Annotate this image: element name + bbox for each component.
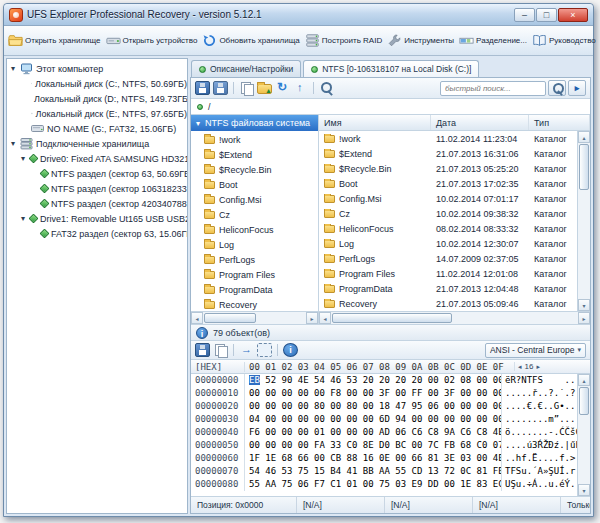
chevron-down-icon[interactable]: ▾ bbox=[19, 214, 27, 223]
fs-folder-item[interactable]: ProgramData bbox=[191, 282, 318, 297]
hex-row[interactable]: 00000040 F6 00 00 00 01 00 00 00 AD 06 C… bbox=[191, 426, 577, 439]
scroll-right-button[interactable]: ▸ bbox=[578, 312, 590, 324]
fs-folder-item[interactable]: PerfLogs bbox=[191, 252, 318, 267]
table-row[interactable]: PerfLogs 14.07.2009 02:37:05 Каталог bbox=[319, 251, 577, 266]
breadcrumb[interactable]: / bbox=[191, 99, 590, 115]
hex-bytes[interactable]: 00 00 00 00 FA 33 C0 8E D0 BC 00 7C FB 6… bbox=[245, 439, 501, 452]
fs-folder-item[interactable]: Recovery bbox=[191, 297, 318, 311]
goto-offset-icon[interactable] bbox=[239, 343, 254, 357]
quick-search-input[interactable] bbox=[440, 81, 546, 96]
table-row[interactable]: Log 10.02.2014 12:30:07 Каталог bbox=[319, 236, 577, 251]
hex-row[interactable]: 00000050 00 00 00 00 FA 33 C0 8E D0 BC 0… bbox=[191, 439, 577, 452]
tab-ntfs-partition[interactable]: NTFS [0-106318107 на Local Disk (C:)] bbox=[303, 60, 479, 77]
save-all-icon[interactable] bbox=[213, 81, 228, 95]
selected-byte[interactable]: EB bbox=[249, 375, 260, 385]
fs-folder-item[interactable]: !work bbox=[191, 132, 318, 147]
hex-bytes[interactable]: 1F 1E 68 66 00 CB 88 16 0E 00 66 81 3E 0… bbox=[245, 452, 501, 465]
table-row[interactable]: $Recycle.Bin 21.07.2013 05:25:20 Каталог bbox=[319, 161, 577, 176]
hex-ascii[interactable]: .....ř..?.˙.?... bbox=[501, 387, 577, 400]
hex-row[interactable]: 00000080 55 AA 75 06 F7 C1 01 00 75 03 E… bbox=[191, 478, 577, 491]
table-row[interactable]: HeliconFocus 08.02.2014 08:33:32 Каталог bbox=[319, 221, 577, 236]
open-device-button[interactable]: Открыть устройство bbox=[104, 31, 200, 50]
table-row[interactable]: !work 11.02.2014 11:23:04 Каталог bbox=[319, 131, 577, 146]
hex-bytes[interactable]: F6 00 00 00 01 00 00 00 AD 06 C6 C8 9A C… bbox=[245, 426, 501, 439]
scroll-left-button[interactable]: ◂ bbox=[191, 312, 203, 324]
build-raid-button[interactable]: Построить RAID bbox=[303, 31, 384, 50]
hex-ascii[interactable]: UŞu.÷Á..u.éÝ...ě bbox=[501, 478, 577, 491]
table-row[interactable]: Program Files 11.02.2014 12:01:08 Катало… bbox=[319, 266, 577, 281]
copy-icon[interactable] bbox=[239, 81, 254, 95]
fs-folder-item[interactable]: Config.Msi bbox=[191, 192, 318, 207]
recover-files-icon[interactable] bbox=[257, 84, 272, 94]
select-block-icon[interactable] bbox=[257, 343, 272, 357]
tree-item-partition[interactable]: NTFS раздел (сектор 106318233, 149... bbox=[7, 181, 187, 196]
fs-folder-item[interactable]: Log bbox=[191, 237, 318, 252]
tree-item-disk[interactable]: Локальный диск (C:, NTFS, 50.69ГБ) bbox=[7, 76, 187, 91]
chevron-down-icon[interactable]: ▾ bbox=[194, 119, 202, 128]
hex-bytes[interactable]: 00 00 00 00 00 F8 00 00 3F 00 FF 00 3F 0… bbox=[245, 387, 501, 400]
encoding-select[interactable]: ANSI - Central Europe ▾ bbox=[485, 343, 586, 358]
hex-save-icon[interactable] bbox=[195, 343, 210, 357]
file-list-vscroll[interactable]: ▴ ▾ bbox=[577, 131, 590, 311]
hex-row[interactable]: 00000000 EB 52 90 4E 54 46 53 20 20 20 2… bbox=[191, 374, 577, 387]
hex-row[interactable]: 00000060 1F 1E 68 66 00 CB 88 16 0E 00 6… bbox=[191, 452, 577, 465]
scroll-up-button[interactable]: ▴ bbox=[578, 374, 590, 386]
scroll-thumb[interactable] bbox=[332, 313, 452, 323]
advanced-search-button[interactable]: ▸ bbox=[568, 80, 586, 96]
tree-item-drive0[interactable]: ▾ Drive0: Fixed ATA SAMSUNG HD321KJ bbox=[7, 151, 187, 166]
file-list-hscroll[interactable]: ◂ ▸ bbox=[319, 311, 590, 324]
open-storage-button[interactable]: Открыть хранилище bbox=[6, 31, 103, 50]
find-icon[interactable] bbox=[319, 81, 334, 95]
hex-ascii[interactable]: ..hf.Ë....f.>..N bbox=[501, 452, 577, 465]
scroll-up-button[interactable]: ▴ bbox=[578, 131, 590, 143]
table-row[interactable]: Boot 21.07.2013 17:02:35 Каталог bbox=[319, 176, 577, 191]
hex-copy-icon[interactable] bbox=[213, 343, 228, 357]
column-header-name[interactable]: Имя bbox=[319, 115, 431, 130]
hex-bytes[interactable]: 54 46 53 75 15 B4 41 BB AA 55 CD 13 72 0… bbox=[245, 465, 501, 478]
fs-folder-item[interactable]: Program Files bbox=[191, 267, 318, 282]
tab-description[interactable]: Описание/Настройки bbox=[191, 60, 301, 77]
table-row[interactable]: Recovery 21.07.2013 05:09:46 Каталог bbox=[319, 296, 577, 311]
chevron-down-icon[interactable]: ▾ bbox=[9, 139, 17, 148]
save-icon[interactable] bbox=[195, 81, 210, 95]
close-button[interactable]: × bbox=[558, 8, 588, 22]
hex-vscroll[interactable]: ▴ ▾ bbox=[577, 374, 590, 496]
scroll-thumb[interactable] bbox=[579, 387, 589, 415]
hex-info-icon[interactable] bbox=[283, 343, 298, 357]
chevron-down-icon[interactable]: ▾ bbox=[19, 154, 27, 163]
search-button[interactable] bbox=[548, 80, 566, 96]
tree-item-disk[interactable]: Локальный диск (D:, NTFS, 149.73ГБ) bbox=[7, 91, 187, 106]
tree-item-partition[interactable]: FAT32 раздел (сектор 63, 15.06ГБ) bbox=[7, 226, 187, 241]
scroll-down-button[interactable]: ▾ bbox=[578, 484, 590, 496]
bytes-per-row-increase-button[interactable]: ▸ bbox=[536, 363, 540, 371]
table-row[interactable]: ProgramData 21.07.2013 12:04:48 Каталог bbox=[319, 281, 577, 296]
fs-tree-hscroll[interactable]: ◂ ▸ bbox=[191, 311, 318, 324]
hex-ascii[interactable]: ....€.€..G•..... bbox=[501, 400, 577, 413]
hex-bytes[interactable]: EB 52 90 4E 54 46 53 20 20 20 20 00 02 0… bbox=[245, 374, 501, 387]
fs-folder-item[interactable]: Boot bbox=[191, 177, 318, 192]
table-row[interactable]: $Extend 21.07.2013 16:31:06 Каталог bbox=[319, 146, 577, 161]
fs-folder-item[interactable]: $Extend bbox=[191, 147, 318, 162]
scroll-left-button[interactable]: ◂ bbox=[319, 312, 331, 324]
hex-ascii[interactable]: ........m”...... bbox=[501, 413, 577, 426]
hex-row[interactable]: 00000010 00 00 00 00 00 F8 00 00 3F 00 F… bbox=[191, 387, 577, 400]
hex-bytes[interactable]: 55 AA 75 06 F7 C1 01 00 75 03 E9 DD 00 1… bbox=[245, 478, 501, 491]
column-header-type[interactable]: Тип bbox=[529, 115, 590, 130]
tree-item-storages[interactable]: ▾ Подключенные хранилища bbox=[7, 136, 187, 151]
tree-item-disk[interactable]: Локальный диск (E:, NTFS, 97.65ГБ) bbox=[7, 106, 187, 121]
fs-folder-item[interactable]: HeliconFocus bbox=[191, 222, 318, 237]
hex-row[interactable]: 00000070 54 46 53 75 15 B4 41 BB AA 55 C… bbox=[191, 465, 577, 478]
bytes-per-row-decrease-button[interactable]: ◂ bbox=[518, 363, 522, 371]
fs-folder-item[interactable]: $Recycle.Bin bbox=[191, 162, 318, 177]
minimize-button[interactable]: – bbox=[514, 8, 535, 22]
fs-root-node[interactable]: ▾ NTFS файловая система bbox=[191, 115, 318, 131]
table-row[interactable]: Cz 10.02.2014 09:38:32 Каталог bbox=[319, 206, 577, 221]
hex-row[interactable]: 00000030 04 00 00 00 00 00 00 00 6D 94 0… bbox=[191, 413, 577, 426]
maximize-button[interactable]: □ bbox=[536, 8, 557, 22]
partitioning-button[interactable]: Разделение... bbox=[457, 31, 529, 50]
tools-button[interactable]: Инструменты bbox=[385, 31, 456, 50]
scroll-down-button[interactable]: ▾ bbox=[578, 299, 590, 311]
hex-ascii[interactable]: ëR?NTFS ..... bbox=[501, 374, 577, 387]
tree-item-drive1[interactable]: ▾ Drive1: Removable Ut165 USB USB2Flash.… bbox=[7, 211, 187, 226]
scroll-thumb[interactable] bbox=[204, 313, 256, 323]
